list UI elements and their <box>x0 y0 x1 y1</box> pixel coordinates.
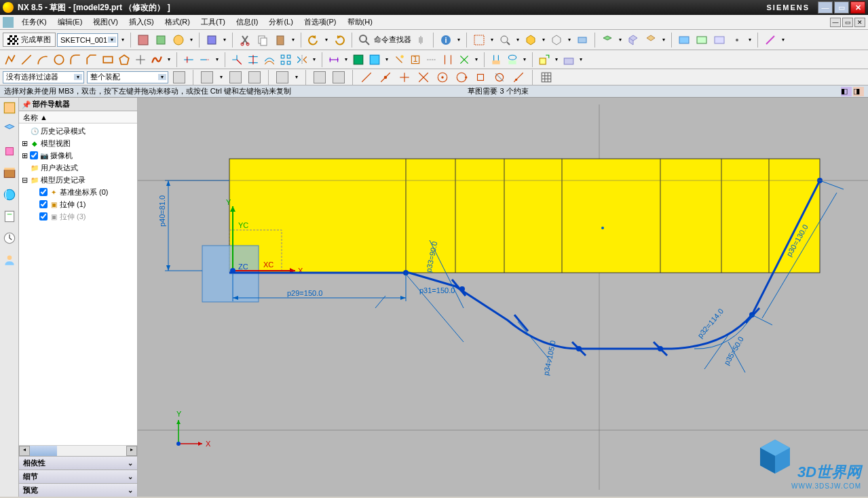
selection-filter-combo[interactable]: 没有选择过滤器 <box>3 71 84 83</box>
constraints-button[interactable] <box>351 52 366 67</box>
studio-spline-button[interactable] <box>149 52 164 67</box>
assembly-navigator-tab[interactable] <box>2 122 17 137</box>
status-icon-1[interactable]: ◧ <box>841 87 852 96</box>
mdi-restore-icon[interactable]: ▭ <box>842 18 853 27</box>
redo-button[interactable] <box>331 32 347 48</box>
info-button[interactable]: i <box>438 32 454 48</box>
pattern-curve-button[interactable] <box>278 52 293 67</box>
inferred-dim-button[interactable] <box>326 52 341 67</box>
menu-tools[interactable]: 工具(T) <box>195 16 231 28</box>
fit-button[interactable] <box>471 32 487 48</box>
section-preview[interactable]: 预览⌄ <box>19 483 137 497</box>
expand-icon[interactable]: ⊞ <box>20 151 29 160</box>
extrude3-checkbox[interactable] <box>39 212 48 221</box>
make-corner-button[interactable] <box>229 52 244 67</box>
pin-icon[interactable]: 📌 <box>22 100 30 109</box>
tree-user-expr[interactable]: 📁 用户表达式 <box>20 161 136 174</box>
inferred-constraints-button[interactable] <box>457 52 472 67</box>
edit-section-button[interactable] <box>643 32 659 48</box>
reattach-button[interactable] <box>153 32 169 48</box>
cut-button[interactable] <box>237 32 253 48</box>
measure-button[interactable] <box>762 32 778 48</box>
offset-curve-button[interactable] <box>262 52 277 67</box>
sketch-name-combo[interactable]: SKETCH_001 <box>57 33 118 47</box>
tree-model-views[interactable]: ⊞ ◆ 模型视图 <box>20 137 136 149</box>
clip-button[interactable] <box>625 32 641 48</box>
csys-checkbox[interactable] <box>39 188 48 196</box>
section-dependency[interactable]: 相依性⌄ <box>19 456 137 470</box>
point-button[interactable] <box>133 52 148 67</box>
save-button[interactable] <box>204 32 220 48</box>
constraint-navigator-tab[interactable] <box>2 144 17 159</box>
finish-sketch-button[interactable]: 完成草图 <box>3 33 56 47</box>
tree-datum-csys[interactable]: ✦ 基准坐标系 (0) <box>20 186 136 198</box>
minimize-button[interactable]: — <box>818 1 833 14</box>
filter-btn-7[interactable] <box>331 69 347 85</box>
filter-btn-6[interactable] <box>312 69 328 85</box>
snap-pt-9[interactable] <box>510 69 527 85</box>
filter-btn-5[interactable] <box>274 69 290 85</box>
part-navigator-tab[interactable] <box>2 100 17 115</box>
rectangle-button[interactable] <box>100 52 115 67</box>
show-constraints-button[interactable] <box>392 52 407 67</box>
circle-button[interactable] <box>52 52 67 67</box>
section-details[interactable]: 细节⌄ <box>19 470 137 483</box>
snap-pt-7[interactable] <box>472 69 489 85</box>
convert-ref-button[interactable] <box>424 52 439 67</box>
scope-combo[interactable]: 整个装配 <box>87 71 168 83</box>
camera-checkbox[interactable] <box>30 151 38 159</box>
graphics-viewport[interactable]: X Y XC YC ZC <box>138 98 868 497</box>
menu-help[interactable]: 帮助(H) <box>342 16 378 28</box>
navigator-tree[interactable]: 🕓 历史记录模式 ⊞ ◆ 模型视图 ⊞ 📷 摄像机 📁 用户表达式 ⊟ 📁 <box>19 123 137 445</box>
mdi-minimize-icon[interactable]: — <box>830 18 841 27</box>
navigator-hscroll[interactable]: ◂ ▸ <box>19 445 137 456</box>
filter-btn-4[interactable] <box>246 69 263 85</box>
intersect-curve-button[interactable] <box>505 52 520 67</box>
quick-extend-button[interactable] <box>197 52 212 67</box>
trim-recipe-button[interactable] <box>246 52 261 67</box>
project-curve-button[interactable] <box>489 52 504 67</box>
menu-format[interactable]: 格式(R) <box>159 16 195 28</box>
menu-info[interactable]: 信息(I) <box>231 16 263 28</box>
scroll-right-icon[interactable]: ▸ <box>126 446 137 456</box>
close-button[interactable]: ✕ <box>850 1 865 14</box>
undo-button[interactable] <box>305 32 322 48</box>
auto-constrain-button[interactable] <box>367 52 382 67</box>
reuse-library-tab[interactable] <box>2 166 17 180</box>
mirror-curve-button[interactable] <box>295 52 309 67</box>
menu-view[interactable]: 视图(V) <box>88 16 124 28</box>
quick-trim-button[interactable] <box>181 52 196 67</box>
scroll-left-icon[interactable]: ◂ <box>19 446 30 456</box>
expand-icon[interactable]: ⊞ <box>20 139 29 148</box>
internet-explorer-tab[interactable] <box>2 187 17 202</box>
line-button[interactable] <box>19 52 34 67</box>
menu-edit[interactable]: 编辑(E) <box>52 16 88 28</box>
collapse-icon[interactable]: ⊟ <box>20 176 29 185</box>
tree-model-history[interactable]: ⊟ 📁 模型历史记录 <box>20 174 136 186</box>
touch-mode-button[interactable] <box>413 32 429 48</box>
zoom-button[interactable] <box>497 32 513 48</box>
menu-task[interactable]: 任务(K) <box>16 16 52 28</box>
menu-insert[interactable]: 插入(S) <box>124 16 159 28</box>
assembly-button[interactable] <box>694 32 710 48</box>
layer-button[interactable] <box>599 32 616 48</box>
chamfer-button[interactable] <box>84 52 99 67</box>
mdi-close-icon[interactable]: ✕ <box>854 18 865 27</box>
wave-button[interactable] <box>676 32 692 48</box>
copy-button[interactable] <box>254 32 271 48</box>
snap-pt-4[interactable] <box>415 69 432 85</box>
system-tab[interactable] <box>2 231 17 246</box>
alternate-sol-button[interactable] <box>440 52 455 67</box>
filter-btn-2[interactable] <box>199 69 215 85</box>
command-finder-button[interactable] <box>356 32 373 48</box>
snap-pt-3[interactable] <box>396 69 413 85</box>
polygon-button[interactable] <box>117 52 132 67</box>
status-icon-2[interactable]: ◨ <box>853 87 864 96</box>
wireframe-button[interactable] <box>548 32 565 48</box>
arc-button[interactable] <box>35 52 50 67</box>
extrude1-checkbox[interactable] <box>39 200 48 208</box>
snap-pt-1[interactable] <box>358 69 375 85</box>
show-dims-button[interactable]: 1 <box>408 52 423 67</box>
tree-history-mode[interactable]: 🕓 历史记录模式 <box>20 125 136 137</box>
tree-extrude-1[interactable]: ▣ 拉伸 (1) <box>20 198 136 210</box>
